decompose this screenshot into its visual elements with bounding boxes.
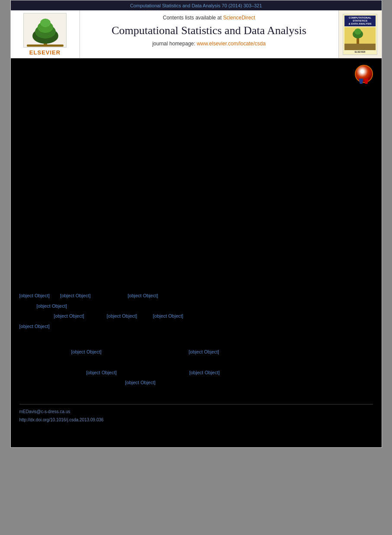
journal-cover-block: COMPUTATIONAL STATISTICS & DATA ANALYSIS… xyxy=(338,10,382,58)
cover-image: COMPUTATIONAL STATISTICS & DATA ANALYSIS… xyxy=(343,14,377,55)
elsevier-logo-block: ELSEVIER xyxy=(11,10,80,58)
elsevier-brand-text: ELSEVIER xyxy=(29,49,61,56)
homepage-prefix: journal homepage: xyxy=(152,41,197,47)
ref-kaikkonen[interactable]: [object Object] xyxy=(19,293,50,298)
ref-davis-et-al-1995[interactable]: [object Object] xyxy=(107,313,137,318)
ref-spacer-5 xyxy=(103,349,188,354)
top-bar: Computational Statistics and Data Analys… xyxy=(11,0,382,10)
spacer-block xyxy=(19,333,373,346)
ref-spacer-1 xyxy=(51,293,59,298)
reference-section: [object Object] [object Object] [object … xyxy=(19,292,373,387)
svg-rect-5 xyxy=(27,45,64,47)
ref-spacer-6 xyxy=(19,360,23,365)
journal-homepage-line: journal homepage: www.elsevier.com/locat… xyxy=(86,41,332,47)
article-body-hidden xyxy=(19,65,373,290)
doi-line: http://dx.doi.org/10.1016/j.csda.2013.09… xyxy=(19,416,373,423)
ref-davis-dunsmuir-2[interactable]: [object Object] xyxy=(153,313,183,318)
cover-title-line3: & DATA ANALYSIS xyxy=(345,22,375,25)
journal-volume-link[interactable]: Computational Statistics and Data Analys… xyxy=(130,3,262,8)
ref-line-3: [object Object] [object Object] [object … xyxy=(54,312,373,320)
svg-point-4 xyxy=(40,19,51,27)
journal-title-area: Contents lists available at ScienceDirec… xyxy=(80,10,338,58)
cover-bottom-text: ELSEVIER xyxy=(355,51,366,53)
journal-header: ELSEVIER Contents lists available at Sci… xyxy=(11,10,382,58)
ref-leybourne[interactable]: [object Object] xyxy=(60,293,90,298)
ref-spacer-4 xyxy=(138,313,152,318)
svg-point-9 xyxy=(354,29,361,35)
ref-line-8: [object Object] xyxy=(125,379,373,387)
ref-davis-et-al-1995-2[interactable]: [object Object] xyxy=(189,349,219,354)
ref-tanaka[interactable]: [object Object] xyxy=(37,303,67,309)
contents-prefix: Contents lists available at xyxy=(163,15,223,21)
ref-line-5: [object Object] [object Object] xyxy=(71,348,373,356)
ref-davis-song[interactable]: [object Object] xyxy=(86,370,117,375)
ref-spacer-7 xyxy=(118,370,188,375)
elsevier-tree-image xyxy=(23,13,67,48)
footnote-email-line: mEDavis@c-s-dress.ca.us xyxy=(19,408,373,414)
cover-title-line1: COMPUTATIONAL xyxy=(345,16,375,19)
doi-link[interactable]: http://dx.doi.org/10.1016/j.csda.2013.09… xyxy=(19,417,104,422)
ref-cryer[interactable]: [object Object] xyxy=(54,313,84,318)
science-direct-line: Contents lists available at ScienceDirec… xyxy=(86,15,332,21)
ref-line-6 xyxy=(19,359,373,366)
journal-title-text: Computational Statistics and Data Analys… xyxy=(86,24,332,37)
article-content: [object Object] [object Object] [object … xyxy=(11,58,382,447)
ref-line-4: [object Object] xyxy=(19,323,373,331)
medal-circle xyxy=(355,65,373,83)
ref-davis-dunsmuir-1[interactable]: [object Object] xyxy=(127,293,158,298)
footnote-email-link[interactable]: mEDavis@c-s-dress.ca.us xyxy=(19,409,70,414)
footnote-section: mEDavis@c-s-dress.ca.us http://dx.doi.or… xyxy=(19,404,373,423)
ref-tanaka-1990[interactable]: [object Object] xyxy=(71,349,102,354)
ref-spacer-3 xyxy=(86,313,105,318)
ref-yao[interactable]: [object Object] xyxy=(189,370,220,375)
ref-davis-et-al-1986[interactable]: [object Object] xyxy=(19,324,50,329)
journal-homepage-link[interactable]: www.elsevier.com/locate/csda xyxy=(197,41,265,47)
ref-line-2: [object Object] xyxy=(37,303,373,310)
science-direct-link[interactable]: ScienceDirect xyxy=(223,15,255,21)
ref-spacer-2 xyxy=(92,293,126,298)
ref-line-1: [object Object] [object Object] [object … xyxy=(19,292,373,300)
svg-rect-6 xyxy=(344,44,376,50)
ref-tanaka-1990-2[interactable]: [object Object] xyxy=(125,380,156,385)
ref-line-7: [object Object] [object Object] xyxy=(86,369,373,377)
medal-badge xyxy=(355,65,373,83)
cover-title-line2: STATISTICS xyxy=(345,19,375,22)
